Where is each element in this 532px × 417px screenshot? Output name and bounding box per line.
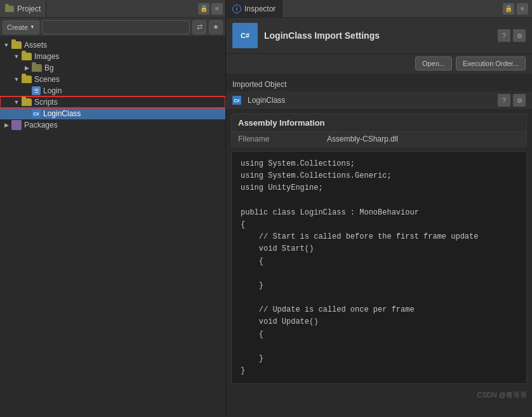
inspector-info-icon: i [232,4,241,13]
bg-arrow-icon [23,64,30,72]
create-label: Create [7,23,28,31]
code-line [241,341,517,353]
inspector-tab-label: Inspector [244,4,276,13]
images-label: Images [34,52,59,61]
code-line: { [241,329,517,341]
inspector-panel: i Inspector 🔒 ≡ C# LoginClass Import Set… [226,0,532,417]
tree-item-assets[interactable]: Assets [0,39,225,51]
assets-folder-icon [11,41,22,49]
packages-arrow-icon [3,121,10,129]
tree-item-scripts[interactable]: Scripts [0,96,225,108]
open-button[interactable]: Open... [415,56,452,70]
assets-label: Assets [24,41,47,50]
code-line: { [241,219,517,231]
imported-help-icon[interactable]: ? [498,94,510,107]
imported-object-row: C# LoginClass ? ⚙ [226,91,532,110]
imported-obj-cs-icon: C# [232,96,241,105]
bg-folder-icon [32,64,42,72]
tree-item-scenes[interactable]: Scenes [0,74,225,85]
code-line: using UnityEngine; [241,182,517,194]
project-menu-icon[interactable]: ≡ [211,3,223,15]
code-line: } [241,365,517,377]
scenes-label: Scenes [34,75,60,84]
code-line: } [241,353,517,365]
project-tab-icons: 🔒 ≡ [198,3,225,15]
assembly-filename-key: Filename [238,135,321,143]
watermark: CSDN @青哥哥 [226,388,532,402]
tree-item-loginclass[interactable]: C# LoginClass [0,108,225,119]
assembly-row-filename: Filename Assembly-CSharp.dll [232,132,526,147]
import-settings-icon[interactable]: ⚙ [513,29,526,42]
import-settings-title: LoginClass Import Settings [264,30,491,41]
code-line: void Update() [241,316,517,328]
code-line: public class LoginClass : MonoBehaviour [241,207,517,219]
tree-item-packages[interactable]: Packages [0,119,225,131]
project-lock-icon[interactable]: 🔒 [198,3,209,15]
login-scene-icon: ☰ [32,86,41,95]
loginclass-label: LoginClass [43,109,81,118]
tree-item-login-scene[interactable]: ☰ Login [0,85,225,96]
project-toolbar: Create ▼ ⇄ ★ [0,18,225,37]
code-line: using System.Collections.Generic; [241,170,517,182]
scenes-arrow-icon [13,76,20,83]
import-header-icons: ? ⚙ [498,29,526,42]
inspector-menu-icon[interactable]: ≡ [517,3,528,15]
scripts-label: Scripts [34,98,58,107]
create-arrow-icon: ▼ [30,24,35,30]
project-tree: Assets Images Bg Scenes [0,37,225,417]
code-line [241,292,517,304]
code-line: // Update is called once per frame [241,304,517,316]
code-line: // Start is called before the first fram… [241,231,517,243]
imported-obj-cs-label: C# [234,98,240,103]
code-line: void Start() [241,243,517,255]
login-scene-label: Login [43,86,62,95]
project-panel: Project 🔒 ≡ Create ▼ ⇄ ★ Assets [0,0,226,417]
import-header: C# LoginClass Import Settings ? ⚙ [226,18,532,54]
imported-settings-icon[interactable]: ⚙ [513,94,526,107]
scenes-folder-icon [22,76,32,83]
execution-order-button[interactable]: Execution Order... [456,56,526,70]
project-tab-label: Project [17,4,41,13]
code-line: { [241,256,517,268]
inspector-right-icons: 🔒 ≡ [503,3,532,15]
import-help-icon[interactable]: ? [498,29,510,42]
assembly-filename-val: Assembly-CSharp.dll [327,135,398,143]
packages-label: Packages [24,121,58,129]
search-input[interactable] [42,20,190,34]
imported-object-section-header: Imported Object [226,75,532,91]
scripts-arrow-icon [13,98,20,106]
assets-arrow-icon [3,41,10,49]
code-line [241,268,517,280]
inspector-lock-icon[interactable]: 🔒 [503,3,514,15]
code-line: } [241,280,517,292]
images-arrow-icon [13,53,20,60]
assembly-title: Assembly Information [232,114,526,132]
code-section: using System.Collections;using System.Co… [231,151,527,384]
watermark-text: CSDN @青哥哥 [477,390,527,400]
settings-icon[interactable]: ★ [209,20,223,34]
imported-obj-icons: ? ⚙ [498,94,526,107]
filter-icon[interactable]: ⇄ [192,20,206,34]
imported-obj-name: LoginClass [248,96,285,105]
tree-item-images[interactable]: Images [0,51,225,62]
inspector-tab[interactable]: i Inspector [226,0,283,17]
inspector-tab-bar: i Inspector 🔒 ≡ [226,0,532,18]
project-tab-bar: Project 🔒 ≡ [0,0,225,18]
folder-icon [5,6,14,12]
create-button[interactable]: Create ▼ [3,20,39,34]
bg-label: Bg [44,63,54,72]
packages-icon [11,120,22,130]
import-cs-label: C# [241,32,249,39]
scripts-folder-icon [22,98,32,106]
import-buttons: Open... Execution Order... [226,54,532,75]
tree-item-bg[interactable]: Bg [0,62,225,74]
loginclass-cs-icon: C# [32,109,41,118]
import-cs-icon: C# [232,23,258,48]
project-tab[interactable]: Project [0,0,46,17]
code-line [241,195,517,207]
inspector-content: C# LoginClass Import Settings ? ⚙ Open..… [226,18,532,417]
assembly-section: Assembly Information Filename Assembly-C… [231,114,527,147]
images-folder-icon [22,53,32,60]
code-line: using System.Collections; [241,158,517,170]
